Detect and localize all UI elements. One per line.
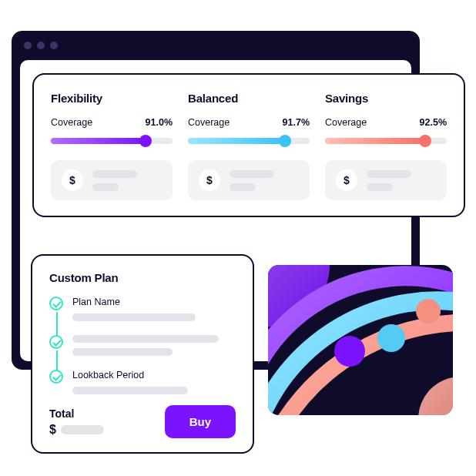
coverage-row: Coverage 92.5% <box>325 117 447 128</box>
custom-plan-card: Custom Plan Plan Name Lookback Period To… <box>31 254 254 454</box>
slider-fill <box>325 138 425 144</box>
dollar-icon: $ <box>336 169 357 191</box>
skeleton-line <box>72 387 188 394</box>
coverage-percent: 91.0% <box>146 117 173 128</box>
dollar-icon: $ <box>62 169 83 191</box>
step-label: Plan Name <box>72 297 236 307</box>
dollar-icon: $ <box>49 423 56 437</box>
total-row: Total $ Buy <box>49 405 236 438</box>
svg-point-3 <box>377 324 405 352</box>
price-skeleton <box>230 170 274 191</box>
price-box: $ <box>188 160 310 200</box>
plans-card: Flexibility Coverage 91.0% $ Balanced Co… <box>32 73 465 217</box>
coverage-slider-flexibility[interactable] <box>51 136 173 146</box>
orbit-art-icon <box>268 265 453 415</box>
skeleton-line <box>61 425 104 434</box>
plan-balanced: Balanced Coverage 91.7% $ <box>188 92 310 200</box>
window-dot-icon <box>24 42 32 49</box>
dollar-icon: $ <box>199 169 220 191</box>
slider-thumb[interactable] <box>139 135 152 147</box>
window-dot-icon <box>50 42 58 49</box>
plan-savings: Savings Coverage 92.5% $ <box>325 92 447 200</box>
svg-point-2 <box>334 336 365 367</box>
coverage-slider-balanced[interactable] <box>188 136 310 146</box>
svg-point-1 <box>418 377 453 415</box>
check-icon <box>49 335 63 349</box>
slider-fill <box>188 138 285 144</box>
slider-fill <box>51 138 146 144</box>
coverage-percent: 92.5% <box>420 117 447 128</box>
step-label: Lookback Period <box>72 370 236 380</box>
plan-title: Savings <box>325 92 447 105</box>
window-dot-icon <box>37 42 45 49</box>
svg-point-4 <box>416 299 441 323</box>
check-icon <box>49 370 63 384</box>
price-skeleton <box>92 170 137 191</box>
step-item: Lookback Period <box>72 370 236 394</box>
skeleton-line <box>72 335 219 343</box>
coverage-label: Coverage <box>51 117 92 128</box>
price-box: $ <box>51 160 173 200</box>
step-item: Plan Name <box>72 297 236 321</box>
price-box: $ <box>325 160 447 200</box>
plan-title: Flexibility <box>51 92 173 105</box>
total-label: Total <box>49 407 104 420</box>
slider-thumb[interactable] <box>279 135 291 147</box>
slider-thumb[interactable] <box>419 135 431 147</box>
skeleton-line <box>72 313 196 321</box>
coverage-label: Coverage <box>188 117 230 128</box>
total-amount: $ <box>49 423 104 437</box>
step-item <box>72 335 236 356</box>
coverage-row: Coverage 91.0% <box>51 117 173 128</box>
price-skeleton <box>367 170 411 191</box>
coverage-percent: 91.7% <box>283 117 310 128</box>
plan-title: Balanced <box>188 92 310 105</box>
coverage-label: Coverage <box>325 117 367 128</box>
custom-plan-steps: Plan Name Lookback Period <box>49 297 236 394</box>
decorative-art-card <box>268 265 453 415</box>
check-icon <box>49 297 63 310</box>
skeleton-line <box>72 348 173 356</box>
buy-button[interactable]: Buy <box>165 405 236 438</box>
coverage-row: Coverage 91.7% <box>188 117 310 128</box>
window-controls <box>12 31 420 60</box>
coverage-slider-savings[interactable] <box>325 136 447 146</box>
custom-plan-title: Custom Plan <box>49 271 236 284</box>
plan-flexibility: Flexibility Coverage 91.0% $ <box>51 92 173 200</box>
